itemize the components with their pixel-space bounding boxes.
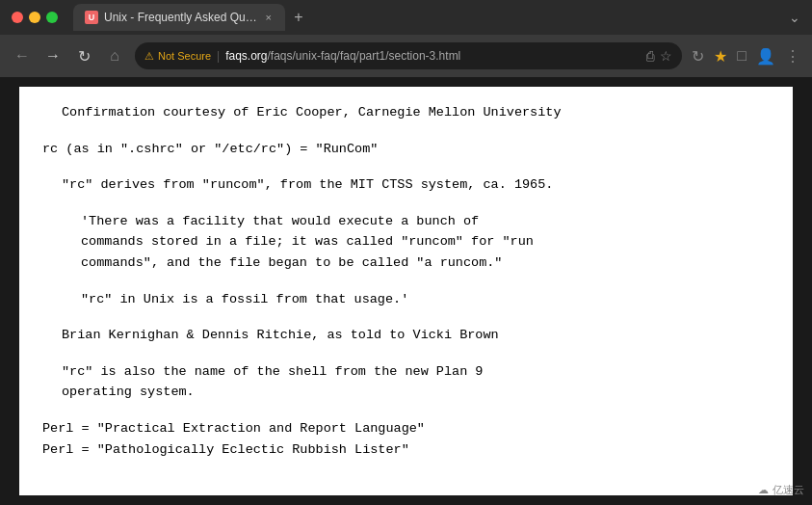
spacer (42, 274, 770, 289)
profile-icon[interactable]: 👤 (756, 47, 775, 66)
page-content: Confirmation courtesy of Eric Cooper, Ca… (19, 87, 793, 495)
url-bold-part: faqs.org (225, 49, 267, 63)
minimize-button[interactable] (29, 12, 40, 23)
extensions-icon[interactable]: ↻ (692, 47, 704, 66)
forward-button[interactable]: → (42, 47, 64, 65)
watermark-text: 亿速云 (773, 483, 804, 497)
share-icon[interactable]: ⎙ (646, 48, 654, 64)
spacer (42, 159, 770, 174)
close-button[interactable] (12, 12, 23, 23)
window-expand-icon[interactable]: ⌄ (789, 10, 800, 25)
titlebar: U Unix - Frequently Asked Quest × + ⌄ (0, 0, 812, 35)
plan9-line2: operating system. (42, 382, 770, 403)
security-icon: ⚠ (144, 50, 154, 63)
plan9-line1: "rc" is also the name of the shell from … (42, 361, 770, 383)
rc-derives: "rc" derives from "runcom", from the MIT… (42, 174, 770, 196)
confirmation-line: Confirmation courtesy of Eric Cooper, Ca… (42, 102, 770, 123)
bookmark-icon[interactable]: ☆ (660, 48, 672, 64)
traffic-lights (12, 12, 58, 23)
maximize-button[interactable] (46, 12, 58, 23)
extensions-icon-2[interactable]: ★ (714, 47, 727, 66)
perl-line2: Perl = "Pathologically Eclectic Rubbish … (42, 439, 770, 461)
refresh-button[interactable]: ↻ (73, 47, 94, 66)
addressbar: ← → ↻ ⌂ ⚠ Not Secure | faqs.org/faqs/uni… (0, 35, 812, 77)
fossil-line: "rc" in Unix is a fossil from that usage… (42, 289, 770, 310)
watermark-icon: ☁ (758, 484, 769, 496)
attribution-line: Brian Kernighan & Dennis Ritchie, as tol… (42, 325, 770, 346)
active-tab[interactable]: U Unix - Frequently Asked Quest × (73, 4, 285, 31)
quote-line3: commands", and the file began to be call… (42, 252, 770, 274)
tab-title: Unix - Frequently Asked Quest (104, 11, 258, 24)
tab-close-icon[interactable]: × (264, 11, 274, 24)
perl-line1: Perl = "Practical Extraction and Report … (42, 418, 770, 439)
spacer (42, 403, 770, 418)
quote-line1: 'There was a facility that would execute… (42, 211, 770, 232)
tab-favicon: U (85, 11, 98, 24)
quote-line2: commands stored in a file; it was called… (42, 231, 770, 252)
url-display: faqs.org/faqs/unix-faq/faq/part1/section… (225, 49, 641, 63)
url-separator: | (217, 49, 220, 63)
spacer (42, 346, 770, 361)
back-button[interactable]: ← (12, 47, 33, 65)
spacer (42, 309, 770, 325)
url-path: /faqs/unix-faq/faq/part1/section-3.html (268, 49, 461, 63)
rc-definition: rc (as in ".cshrc" or "/etc/rc") = "RunC… (42, 139, 770, 160)
security-label: Not Secure (158, 50, 211, 62)
address-bar-input[interactable]: ⚠ Not Secure | faqs.org/faqs/unix-faq/fa… (135, 42, 682, 69)
watermark: ☁ 亿速云 (758, 483, 804, 497)
security-badge: ⚠ Not Secure (144, 50, 211, 63)
new-tab-button[interactable]: + (285, 4, 312, 31)
content-area: Confirmation courtesy of Eric Cooper, Ca… (0, 77, 812, 505)
tab-bar: U Unix - Frequently Asked Quest × + (73, 4, 781, 31)
home-button[interactable]: ⌂ (104, 47, 125, 65)
screen-icon[interactable]: □ (737, 47, 747, 65)
toolbar-right: ↻ ★ □ 👤 ⋮ (692, 47, 800, 66)
menu-icon[interactable]: ⋮ (785, 47, 800, 66)
spacer (42, 123, 770, 139)
spacer (42, 196, 770, 211)
